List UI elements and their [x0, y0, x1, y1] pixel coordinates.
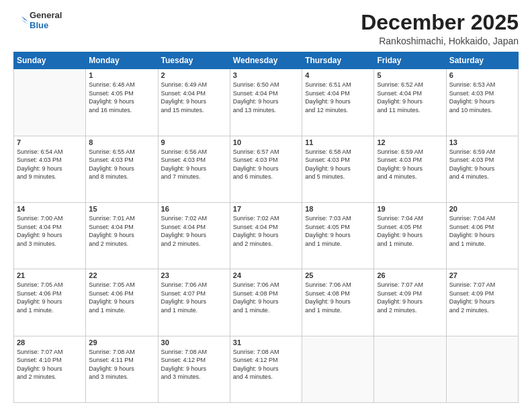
- day-number: 11: [305, 138, 371, 146]
- day-number: 10: [233, 138, 299, 146]
- col-header-tuesday: Tuesday: [158, 52, 230, 69]
- day-number: 6: [449, 71, 515, 79]
- day-cell: [374, 336, 446, 402]
- day-number: 27: [449, 271, 515, 279]
- day-number: 1: [89, 71, 154, 79]
- svg-marker-1: [21, 19, 28, 24]
- day-cell: [302, 336, 374, 402]
- logo: General Blue: [13, 11, 62, 31]
- day-cell: 16Sunrise: 7:02 AM Sunset: 4:04 PM Dayli…: [158, 202, 230, 269]
- day-cell: 3Sunrise: 6:50 AM Sunset: 4:04 PM Daylig…: [230, 69, 302, 136]
- day-number: 12: [377, 138, 443, 146]
- day-info: Sunrise: 6:54 AM Sunset: 4:03 PM Dayligh…: [17, 148, 83, 181]
- col-header-monday: Monday: [86, 52, 158, 69]
- day-info: Sunrise: 6:49 AM Sunset: 4:04 PM Dayligh…: [161, 81, 227, 114]
- day-number: 28: [17, 338, 83, 347]
- day-cell: 21Sunrise: 7:05 AM Sunset: 4:06 PM Dayli…: [14, 269, 86, 336]
- day-cell: 2Sunrise: 6:49 AM Sunset: 4:04 PM Daylig…: [158, 69, 230, 136]
- day-cell: 26Sunrise: 7:07 AM Sunset: 4:09 PM Dayli…: [374, 269, 446, 336]
- day-number: 21: [17, 271, 83, 279]
- day-info: Sunrise: 7:06 AM Sunset: 4:08 PM Dayligh…: [233, 281, 299, 314]
- day-cell: 29Sunrise: 7:08 AM Sunset: 4:11 PM Dayli…: [86, 336, 158, 402]
- header-row: SundayMondayTuesdayWednesdayThursdayFrid…: [14, 52, 519, 69]
- day-cell: 14Sunrise: 7:00 AM Sunset: 4:04 PM Dayli…: [14, 202, 86, 269]
- col-header-saturday: Saturday: [446, 52, 518, 69]
- day-info: Sunrise: 6:51 AM Sunset: 4:04 PM Dayligh…: [305, 81, 371, 114]
- day-cell: 11Sunrise: 6:58 AM Sunset: 4:03 PM Dayli…: [302, 136, 374, 202]
- week-row-5: 28Sunrise: 7:07 AM Sunset: 4:10 PM Dayli…: [14, 336, 519, 402]
- day-info: Sunrise: 7:03 AM Sunset: 4:05 PM Dayligh…: [305, 214, 371, 248]
- day-cell: 23Sunrise: 7:06 AM Sunset: 4:07 PM Dayli…: [158, 269, 230, 336]
- page: General Blue December 2025 Rankoshimachi…: [0, 0, 532, 411]
- day-number: 25: [305, 271, 371, 279]
- day-info: Sunrise: 6:50 AM Sunset: 4:04 PM Dayligh…: [233, 81, 299, 114]
- day-cell: 27Sunrise: 7:07 AM Sunset: 4:09 PM Dayli…: [446, 269, 518, 336]
- day-cell: [446, 336, 518, 402]
- day-number: 4: [305, 71, 371, 79]
- day-cell: 9Sunrise: 6:56 AM Sunset: 4:03 PM Daylig…: [158, 136, 230, 202]
- day-cell: 13Sunrise: 6:59 AM Sunset: 4:03 PM Dayli…: [446, 136, 518, 202]
- logo-line2: Blue: [30, 21, 62, 31]
- logo-bird-icon: [13, 11, 28, 31]
- day-number: 20: [449, 205, 515, 213]
- day-info: Sunrise: 6:56 AM Sunset: 4:03 PM Dayligh…: [161, 148, 227, 181]
- day-info: Sunrise: 7:05 AM Sunset: 4:06 PM Dayligh…: [89, 281, 154, 314]
- day-number: 8: [89, 138, 154, 146]
- day-info: Sunrise: 6:59 AM Sunset: 4:03 PM Dayligh…: [449, 148, 515, 181]
- day-cell: 25Sunrise: 7:06 AM Sunset: 4:08 PM Dayli…: [302, 269, 374, 336]
- day-info: Sunrise: 7:02 AM Sunset: 4:04 PM Dayligh…: [233, 214, 299, 248]
- day-info: Sunrise: 7:08 AM Sunset: 4:11 PM Dayligh…: [89, 348, 154, 381]
- day-info: Sunrise: 7:08 AM Sunset: 4:12 PM Dayligh…: [161, 348, 227, 381]
- day-cell: [14, 69, 86, 136]
- day-info: Sunrise: 7:08 AM Sunset: 4:12 PM Dayligh…: [233, 348, 299, 381]
- day-cell: 20Sunrise: 7:04 AM Sunset: 4:06 PM Dayli…: [446, 202, 518, 269]
- day-number: 14: [17, 205, 83, 213]
- day-info: Sunrise: 6:57 AM Sunset: 4:03 PM Dayligh…: [233, 148, 299, 181]
- col-header-sunday: Sunday: [14, 52, 86, 69]
- day-info: Sunrise: 7:01 AM Sunset: 4:04 PM Dayligh…: [89, 214, 154, 248]
- day-cell: 17Sunrise: 7:02 AM Sunset: 4:04 PM Dayli…: [230, 202, 302, 269]
- day-cell: 6Sunrise: 6:53 AM Sunset: 4:03 PM Daylig…: [446, 69, 518, 136]
- col-header-wednesday: Wednesday: [230, 52, 302, 69]
- calendar-subtitle: Rankoshimachi, Hokkaido, Japan: [361, 36, 519, 46]
- day-cell: 12Sunrise: 6:59 AM Sunset: 4:03 PM Dayli…: [374, 136, 446, 202]
- day-info: Sunrise: 6:59 AM Sunset: 4:03 PM Dayligh…: [377, 148, 443, 181]
- day-number: 24: [233, 271, 299, 279]
- day-info: Sunrise: 6:53 AM Sunset: 4:03 PM Dayligh…: [449, 81, 515, 114]
- day-cell: 15Sunrise: 7:01 AM Sunset: 4:04 PM Dayli…: [86, 202, 158, 269]
- day-info: Sunrise: 7:00 AM Sunset: 4:04 PM Dayligh…: [17, 214, 83, 248]
- day-info: Sunrise: 6:55 AM Sunset: 4:03 PM Dayligh…: [89, 148, 154, 181]
- day-number: 23: [161, 271, 227, 279]
- day-info: Sunrise: 7:07 AM Sunset: 4:09 PM Dayligh…: [449, 281, 515, 314]
- day-info: Sunrise: 7:02 AM Sunset: 4:04 PM Dayligh…: [161, 214, 227, 248]
- day-number: 19: [377, 205, 443, 213]
- day-number: 3: [233, 71, 299, 79]
- day-number: 29: [89, 338, 154, 347]
- day-cell: 4Sunrise: 6:51 AM Sunset: 4:04 PM Daylig…: [302, 69, 374, 136]
- logo-svg: General Blue: [13, 11, 62, 31]
- day-cell: 1Sunrise: 6:48 AM Sunset: 4:05 PM Daylig…: [86, 69, 158, 136]
- day-info: Sunrise: 7:06 AM Sunset: 4:08 PM Dayligh…: [305, 281, 371, 314]
- day-cell: 28Sunrise: 7:07 AM Sunset: 4:10 PM Dayli…: [14, 336, 86, 402]
- day-cell: 5Sunrise: 6:52 AM Sunset: 4:04 PM Daylig…: [374, 69, 446, 136]
- day-info: Sunrise: 7:04 AM Sunset: 4:06 PM Dayligh…: [449, 214, 515, 248]
- day-number: 17: [233, 205, 299, 213]
- day-cell: 22Sunrise: 7:05 AM Sunset: 4:06 PM Dayli…: [86, 269, 158, 336]
- day-info: Sunrise: 7:06 AM Sunset: 4:07 PM Dayligh…: [161, 281, 227, 314]
- calendar-table: SundayMondayTuesdayWednesdayThursdayFrid…: [13, 52, 519, 403]
- day-number: 15: [89, 205, 154, 213]
- day-cell: 8Sunrise: 6:55 AM Sunset: 4:03 PM Daylig…: [86, 136, 158, 202]
- col-header-thursday: Thursday: [302, 52, 374, 69]
- day-cell: 10Sunrise: 6:57 AM Sunset: 4:03 PM Dayli…: [230, 136, 302, 202]
- day-cell: 18Sunrise: 7:03 AM Sunset: 4:05 PM Dayli…: [302, 202, 374, 269]
- week-row-1: 1Sunrise: 6:48 AM Sunset: 4:05 PM Daylig…: [14, 69, 519, 136]
- day-number: 22: [89, 271, 154, 279]
- header: General Blue December 2025 Rankoshimachi…: [13, 11, 519, 46]
- day-number: 2: [161, 71, 227, 79]
- calendar-title: December 2025: [361, 11, 519, 34]
- day-number: 13: [449, 138, 515, 146]
- day-number: 9: [161, 138, 227, 146]
- day-info: Sunrise: 7:05 AM Sunset: 4:06 PM Dayligh…: [17, 281, 83, 314]
- day-number: 7: [17, 138, 83, 146]
- day-info: Sunrise: 7:04 AM Sunset: 4:05 PM Dayligh…: [377, 214, 443, 248]
